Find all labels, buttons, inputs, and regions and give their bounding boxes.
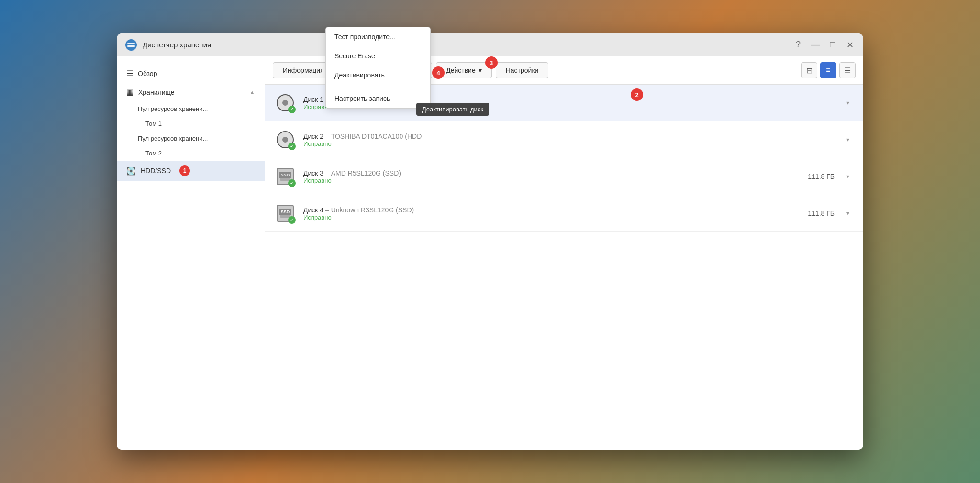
hdd-icon: 💽 — [126, 166, 136, 176]
disk-item-2[interactable]: Диск 2 – TOSHIBA DT01ACA100 (HDD Исправн… — [265, 121, 863, 158]
disk3-status: Исправно — [303, 177, 808, 184]
overview-label: Обзор — [138, 70, 157, 77]
sidebar-item-storage[interactable]: ▦ Хранилище ▲ — [117, 83, 265, 101]
step-badge-2: 2 — [631, 88, 643, 101]
titlebar: Диспетчер хранения ? — □ ✕ — [117, 33, 863, 56]
main-content: ☰ Обзор ▦ Хранилище ▲ Пул ресурсов хране… — [117, 56, 863, 450]
list-view-icon: ≡ — [826, 66, 830, 75]
minimize-button[interactable]: — — [810, 40, 821, 50]
disk4-status-dot — [288, 216, 296, 224]
toolbar-right: ⊟ ≡ ☰ — [801, 62, 856, 78]
ssd3-label: SSD — [279, 172, 291, 178]
dropdown-item-erase[interactable]: Secure Erase — [326, 56, 430, 66]
disk-item-3[interactable]: SSD Диск 3 – AMD R5SL120G (SSD) Исправно… — [265, 158, 863, 195]
disk4-status: Исправно — [303, 214, 808, 221]
pool1-label: Пул ресурсов хранени... — [138, 105, 208, 112]
disk3-size: 111.8 ГБ — [808, 173, 835, 180]
action-dropdown-arrow: ▾ — [479, 66, 482, 74]
sidebar-item-pool1[interactable]: Пул ресурсов хранени... — [117, 101, 265, 116]
vol2-label: Том 2 — [145, 150, 162, 157]
storage-label: Хранилище — [138, 88, 175, 96]
step-badge-3: 3 — [485, 56, 498, 69]
disk2-info: Диск 2 – TOSHIBA DT01ACA100 (HDD Исправн… — [303, 132, 835, 147]
content-area: Информация о состоянии Найти диск Действ… — [265, 56, 863, 450]
disk2-name: Диск 2 – TOSHIBA DT01ACA100 (HDD — [303, 132, 835, 140]
pool2-label: Пул ресурсов хранени... — [138, 135, 208, 142]
disk1-status-dot — [288, 106, 296, 113]
disk2-status: Исправно — [303, 140, 835, 147]
sidebar-item-hdd[interactable]: 💽 HDD/SSD 1 — [117, 161, 265, 181]
window-controls: ? — □ ✕ — [792, 40, 856, 50]
menu-button[interactable]: ☰ — [839, 62, 856, 78]
disk4-icon: SSD — [275, 203, 296, 224]
disk-item-4[interactable]: SSD Диск 4 – Unknown R3SL120G (SSD) Испр… — [265, 195, 863, 232]
filter-button[interactable]: ⊟ — [801, 62, 817, 78]
disk4-size: 111.8 ГБ — [808, 209, 835, 217]
window-title: Диспетчер хранения — [143, 41, 792, 49]
disk-list: Диск 1 – TOSHIBA DT01ACA100 (HDD Исправн… — [265, 85, 863, 450]
storage-icon: ▦ — [126, 88, 134, 97]
help-button[interactable]: ? — [792, 40, 804, 50]
disk2-expand[interactable]: ▾ — [842, 134, 854, 145]
hdd-badge: 1 — [179, 165, 190, 176]
disk1-icon — [275, 92, 296, 113]
dropdown-divider — [326, 87, 430, 87]
maximize-button[interactable]: □ — [827, 40, 838, 50]
disk3-icon: SSD — [275, 166, 296, 187]
overview-icon: ☰ — [126, 69, 133, 78]
dropdown-item-write-settings[interactable]: Настроить запись — [326, 89, 430, 108]
menu-icon: ☰ — [844, 66, 851, 75]
disk1-expand[interactable]: ▾ — [842, 97, 854, 109]
deactivate-tooltip: Деактивировать диск — [416, 103, 489, 116]
sidebar-item-vol1[interactable]: Том 1 — [117, 116, 265, 131]
disk3-expand[interactable]: ▾ — [842, 171, 854, 182]
sidebar: ☰ Обзор ▦ Хранилище ▲ Пул ресурсов хране… — [117, 56, 265, 450]
svg-point-0 — [125, 39, 137, 51]
main-window: Диспетчер хранения ? — □ ✕ ☰ Обзор ▦ Хра… — [117, 33, 863, 450]
disk3-info: Диск 3 – AMD R5SL120G (SSD) Исправно — [303, 169, 808, 184]
disk3-name: Диск 3 – AMD R5SL120G (SSD) — [303, 169, 808, 177]
vol1-label: Том 1 — [145, 120, 162, 127]
sidebar-item-pool2[interactable]: Пул ресурсов хранени... — [117, 131, 265, 146]
disk3-status-dot — [288, 179, 296, 187]
hdd-label: HDD/SSD — [141, 167, 171, 175]
filter-icon: ⊟ — [806, 66, 813, 75]
dropdown-item-deactivate[interactable]: Деактивировать ... 4 — [326, 66, 430, 85]
sidebar-item-vol2[interactable]: Том 2 — [117, 146, 265, 161]
storage-chevron-icon: ▲ — [249, 89, 255, 96]
close-button[interactable]: ✕ — [844, 40, 856, 50]
disk4-name: Диск 4 – Unknown R3SL120G (SSD) — [303, 206, 808, 214]
disk2-icon — [275, 129, 296, 150]
step-badge-4: 4 — [432, 66, 445, 79]
svg-rect-2 — [127, 45, 135, 47]
tab-settings[interactable]: Настройки — [496, 62, 549, 78]
tab-action[interactable]: Действие ▾ — [436, 62, 492, 78]
app-icon — [124, 38, 138, 52]
sidebar-item-overview[interactable]: ☰ Обзор — [117, 64, 265, 83]
disk2-status-dot — [288, 143, 296, 150]
ssd4-label: SSD — [279, 209, 291, 215]
disk4-info: Диск 4 – Unknown R3SL120G (SSD) Исправно — [303, 206, 808, 221]
svg-rect-1 — [127, 43, 135, 44]
disk4-expand[interactable]: ▾ — [842, 208, 854, 219]
list-view-button[interactable]: ≡ — [820, 62, 836, 78]
action-dropdown-menu: Тест производите... Secure Erase Деактив… — [325, 56, 431, 109]
